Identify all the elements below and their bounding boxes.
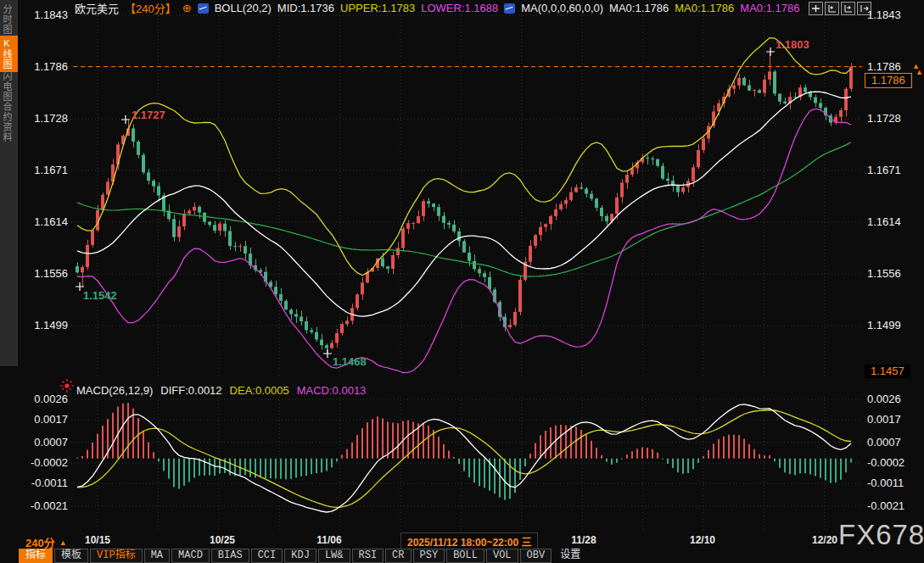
macd-axis-tick: -0.0011 [867, 477, 904, 489]
sidebar-item-candlestick-chart[interactable]: K线图 [0, 36, 18, 72]
sidebar-item-contract-info[interactable]: 合约资料 [0, 99, 18, 145]
ma0-value-yellow: MA0:1.1786 [675, 2, 734, 14]
indicator-tab[interactable]: KDJ [284, 549, 316, 563]
indicator-tab[interactable]: VOL [486, 549, 518, 563]
session-low-label: 1.1457 [865, 365, 910, 378]
price-axis-tick: 1.1614 [867, 215, 901, 228]
ma0-value-white: MA0:1.1786 [609, 2, 669, 14]
indicator-tab[interactable]: BOLL [446, 549, 484, 563]
symbol-label: 欧元美元 [75, 0, 119, 16]
time-axis-date: 12/10 [690, 534, 715, 546]
period-label[interactable]: 【240分】 [125, 0, 176, 16]
macd-axis-tick: 0.0017 [867, 413, 901, 426]
macd-diff-value: DIFF:0.0012 [160, 384, 221, 397]
price-axis-tick: 1.1728 [867, 112, 901, 125]
price-up-arrow-icon: ▲ [916, 68, 923, 76]
macd-histogram [76, 403, 852, 500]
boll-indicator-icon[interactable] [198, 3, 209, 14]
price-axis-tick: 1.1671 [867, 164, 901, 176]
watermark: FX678 [838, 519, 924, 551]
scale-left-icon[interactable] [825, 2, 839, 15]
macd-name: MACD(26,12,9) [76, 384, 153, 397]
boll-lower-value: LOWER:1.1688 [421, 2, 498, 14]
indicator-tab[interactable]: 模板 [54, 549, 88, 563]
indicator-tab[interactable]: LW& [318, 549, 350, 563]
pan-icon[interactable] [809, 2, 823, 15]
timeframe-up-icon[interactable]: ▲ [59, 538, 67, 547]
boll-label: BOLL(20,2) [215, 2, 272, 14]
boll-mid-value: MID:1.1736 [277, 2, 334, 14]
boll-upper-value: UPPER:1.1783 [340, 2, 415, 14]
chart-toolbar-icons [809, 2, 871, 15]
time-axis-date: 10/25 [210, 534, 235, 546]
price-axis-tick: 1.1728 [17, 112, 68, 125]
boll-mid-line [77, 92, 851, 316]
price-axis-tick: 1.1499 [867, 319, 901, 332]
macd-macd-value: MACD:0.0013 [297, 384, 367, 397]
price-extreme-annotation: 1.1803 [776, 38, 809, 51]
sidebar-item-timeline-chart[interactable]: 分时图 [0, 2, 18, 37]
chart-header: 欧元美元 【240分】 ⊕ BOLL(20,2) MID:1.1736 UPPE… [75, 1, 799, 15]
extreme-cross-marker [323, 349, 332, 358]
price-extreme-annotation: 1.1542 [83, 289, 117, 302]
time-axis-date: 11/06 [316, 534, 341, 546]
macd-axis-tick: 0.0007 [867, 436, 901, 449]
macd-header: MACD(26,12,9) DIFF:0.0012 DEA:0.0005 MAC… [76, 384, 366, 397]
indicator-tab[interactable]: 设置 [553, 549, 587, 563]
ma-label: MA(0,0,0,60,0,0) [521, 2, 603, 14]
ma-indicator-icon[interactable] [504, 3, 515, 14]
chart-canvas[interactable] [0, 0, 924, 563]
indicator-tab[interactable]: 指标 [19, 549, 53, 563]
indicator-tab[interactable]: VIP指标 [90, 549, 143, 563]
time-axis-date: 12/20 [812, 534, 837, 546]
indicator-tab-bar: 指标模板VIP指标MAMACDBIASCCIKDJLW&RSICRPSYBOLL… [19, 549, 587, 563]
macd-axis-tick: -0.0002 [867, 456, 904, 469]
price-axis-tick: 1.1671 [17, 164, 68, 176]
left-sidebar: 分时图 K线图 闪电图 合约资料 [0, 0, 18, 366]
indicator-tab[interactable]: RSI [352, 549, 384, 563]
candles-layer [76, 52, 853, 354]
indicator-tab[interactable]: OBV [520, 549, 552, 563]
extreme-cross-marker [766, 47, 775, 56]
time-axis-date: 11/28 [571, 534, 596, 546]
macd-dea-value: DEA:0.0005 [230, 384, 289, 397]
trading-app-window: 分时图 K线图 闪电图 合约资料 欧元美元 【240分】 ⊕ BOLL(20,2… [0, 0, 924, 563]
price-extreme-annotation: 1.1727 [132, 109, 165, 121]
price-axis-tick: 1.1614 [17, 215, 68, 228]
price-axis-tick: 1.1556 [17, 267, 68, 280]
macd-axis-tick: -0.0021 [17, 499, 68, 512]
indicator-tab[interactable]: BIAS [211, 549, 249, 563]
indicator-tab[interactable]: CR [385, 549, 411, 563]
price-axis-tick: 1.1786 [867, 60, 901, 73]
price-axis-tick: 1.1843 [867, 8, 901, 21]
indicator-tab[interactable]: MACD [171, 549, 210, 563]
macd-axis-tick: 0.0017 [17, 413, 68, 426]
macd-axis-tick: 0.0026 [867, 393, 901, 405]
red-burst-icon [58, 376, 76, 395]
highlighted-bar-time: 2025/11/12 18:00~22:00 三 [400, 532, 538, 550]
price-extreme-annotation: 1.1468 [333, 355, 367, 368]
price-axis-tick: 1.1843 [17, 8, 68, 21]
macd-axis-tick: -0.0021 [867, 499, 904, 512]
indicator-tab[interactable]: PSY [413, 549, 445, 563]
macd-axis-tick: 0.0007 [17, 436, 68, 449]
add-indicator-icon[interactable]: ⊕ [182, 2, 192, 14]
price-axis-tick: 1.1499 [17, 319, 68, 332]
macd-diff-line [77, 404, 851, 512]
indicator-tab[interactable]: MA [144, 549, 170, 563]
ma0-value-magenta: MA0:1.1786 [740, 2, 799, 14]
macd-axis-tick: -0.0002 [17, 456, 68, 469]
macd-axis-tick: -0.0011 [17, 477, 68, 489]
scale-right-icon[interactable] [841, 2, 855, 15]
indicator-tab[interactable]: CCI [251, 549, 283, 563]
current-price-box: 1.1786 [865, 73, 912, 88]
price-axis-tick: 1.1786 [17, 60, 68, 73]
time-axis-date: 10/15 [85, 534, 110, 546]
price-axis-tick: 1.1556 [867, 267, 901, 280]
